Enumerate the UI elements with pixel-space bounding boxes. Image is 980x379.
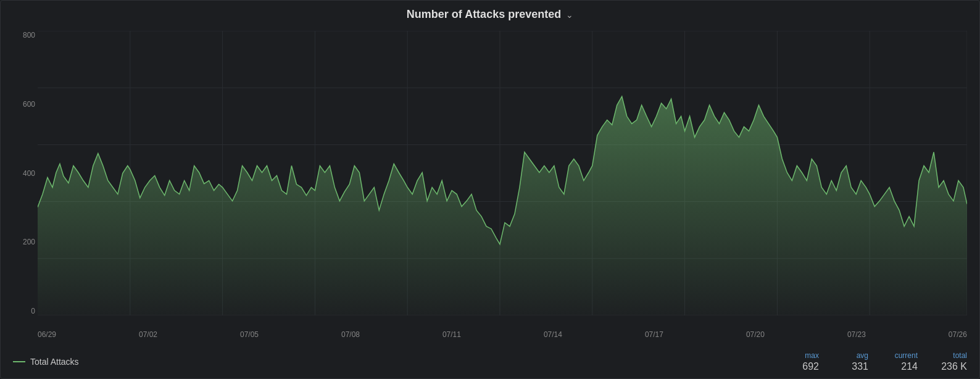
y-axis: 800 600 400 200 0 [6, 31, 35, 315]
stat-avg-value: 331 [852, 361, 868, 372]
y-label-400: 400 [23, 169, 35, 178]
legend-series-label: Total Attacks [30, 357, 79, 367]
stat-current-value: 214 [901, 361, 918, 372]
x-label-0723: 07/23 [847, 330, 866, 339]
legend-row: Total Attacks max 692 avg 331 current 21… [1, 346, 979, 378]
x-axis: 06/29 07/02 07/05 07/08 07/11 07/14 07/1… [38, 330, 967, 339]
stat-avg-label: avg [857, 351, 868, 360]
stat-current-label: current [895, 351, 918, 360]
y-label-0: 0 [31, 307, 35, 315]
x-label-0717: 07/17 [645, 330, 663, 339]
x-label-0720: 07/20 [746, 330, 765, 339]
y-label-600: 600 [23, 100, 35, 109]
stat-max: max 692 [770, 351, 819, 372]
x-label-0714: 07/14 [544, 330, 562, 339]
stat-total: total 236 K [918, 351, 967, 372]
stat-max-label: max [805, 351, 819, 360]
legend-left: Total Attacks [13, 357, 79, 367]
legend-stats: max 692 avg 331 current 214 total 236 K [770, 351, 967, 372]
x-label-0629: 06/29 [38, 330, 56, 339]
y-label-200: 200 [23, 238, 35, 246]
x-label-0705: 07/05 [240, 330, 259, 339]
x-label-0711: 07/11 [442, 330, 461, 339]
stat-avg: avg 331 [819, 351, 868, 372]
stat-current: current 214 [868, 351, 918, 372]
x-label-0708: 07/08 [341, 330, 360, 339]
stat-total-value: 236 K [941, 361, 967, 372]
attacks-panel: Number of Attacks prevented ⌄ 800 600 40… [0, 0, 980, 379]
chart-area-fill [38, 96, 967, 315]
panel-header: Number of Attacks prevented ⌄ [1, 1, 979, 25]
chart-svg [38, 31, 967, 315]
chart-area: 800 600 400 200 0 [1, 25, 979, 346]
stat-total-label: total [953, 351, 967, 360]
chevron-down-icon[interactable]: ⌄ [566, 10, 573, 20]
y-label-800: 800 [23, 31, 35, 40]
legend-line-indicator [13, 361, 25, 362]
x-label-0702: 07/02 [139, 330, 157, 339]
stat-max-value: 692 [802, 361, 819, 372]
chart-svg-container [38, 31, 967, 315]
panel-title: Number of Attacks prevented [407, 8, 561, 21]
x-label-0726: 07/26 [949, 330, 967, 339]
